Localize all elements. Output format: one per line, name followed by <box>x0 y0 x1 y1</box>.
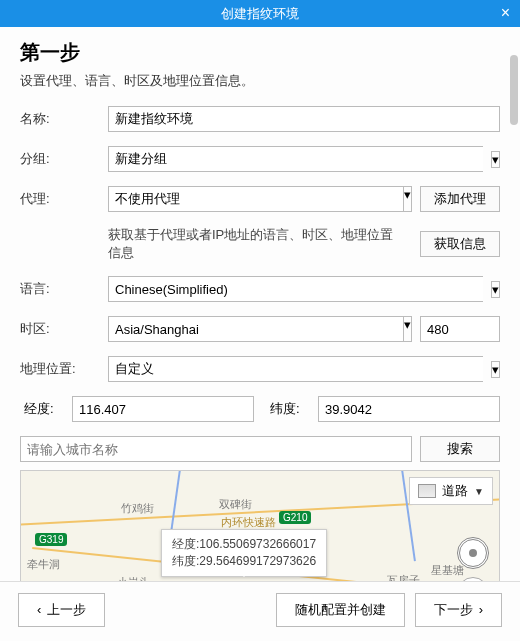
group-label: 分组: <box>20 150 108 168</box>
city-search-input[interactable] <box>20 436 412 462</box>
add-proxy-button[interactable]: 添加代理 <box>420 186 500 212</box>
language-select[interactable]: Chinese(Simplified) <box>108 276 483 302</box>
chevron-down-icon: ▼ <box>474 486 484 497</box>
map-type-control[interactable]: 道路 ▼ <box>409 477 493 505</box>
timezone-offset-input[interactable] <box>420 316 500 342</box>
map-label: 内环快速路 <box>221 515 276 530</box>
highway-shield: G210 <box>279 511 311 524</box>
maptype-thumb-icon <box>418 484 436 498</box>
map-canvas[interactable]: 竹鸡街 双碑街 蚂蝗梁 渝中区 牵牛洞 小岩头 瓦房子 星基塘 内环快速路 G2… <box>20 470 500 581</box>
scrollbar-thumb[interactable] <box>510 55 518 125</box>
map-tooltip: 经度:106.55069732666017 纬度:29.564699172973… <box>161 529 327 577</box>
proxy-select[interactable]: 不使用代理 <box>108 186 403 212</box>
content-area: 第一步 设置代理、语言、时区及地理位置信息。 名称: 分组: 新建分组 代理: … <box>0 27 520 581</box>
chevron-down-icon[interactable] <box>403 316 412 342</box>
timezone-label: 时区: <box>20 320 108 338</box>
chevron-down-icon[interactable] <box>491 281 500 298</box>
close-icon[interactable]: × <box>501 4 510 22</box>
step-title: 第一步 <box>20 39 500 66</box>
step-subtitle: 设置代理、语言、时区及地理位置信息。 <box>20 72 500 90</box>
chevron-right-icon: › <box>479 602 483 617</box>
language-label: 语言: <box>20 280 108 298</box>
highway-shield: G319 <box>35 533 67 546</box>
timezone-select[interactable]: Asia/Shanghai <box>108 316 403 342</box>
proxy-label: 代理: <box>20 190 108 208</box>
geo-label: 地理位置: <box>20 360 108 378</box>
name-input[interactable] <box>108 106 500 132</box>
get-info-button[interactable]: 获取信息 <box>420 231 500 257</box>
longitude-label: 经度: <box>24 400 64 418</box>
locate-me-icon[interactable] <box>457 537 489 569</box>
random-create-button[interactable]: 随机配置并创建 <box>276 593 405 627</box>
map-label: 双碑街 <box>219 497 252 512</box>
map-label: 星基塘 <box>431 563 464 578</box>
chevron-down-icon[interactable] <box>491 361 500 378</box>
latitude-label: 纬度: <box>270 400 310 418</box>
map-label: 竹鸡街 <box>121 501 154 516</box>
proxy-hint-text: 获取基于代理或者IP地址的语言、时区、地理位置信息 <box>108 226 412 262</box>
next-step-button[interactable]: 下一步 › <box>415 593 502 627</box>
form: 名称: 分组: 新建分组 代理: 不使用代理 添加代理 <box>20 106 500 581</box>
latitude-input[interactable] <box>318 396 500 422</box>
chevron-down-icon[interactable] <box>491 151 500 168</box>
chevron-down-icon[interactable] <box>403 186 412 212</box>
geo-mode-select[interactable]: 自定义 <box>108 356 483 382</box>
search-button[interactable]: 搜索 <box>420 436 500 462</box>
map-label: 瓦房子 <box>387 573 420 581</box>
prev-step-button[interactable]: ‹ 上一步 <box>18 593 105 627</box>
map-label: 牵牛洞 <box>27 557 60 572</box>
chevron-left-icon: ‹ <box>37 602 41 617</box>
map-label: 小岩头 <box>117 575 150 581</box>
dialog-title: 创建指纹环境 <box>221 5 299 23</box>
footer: ‹ 上一步 随机配置并创建 下一步 › <box>0 581 520 637</box>
group-select[interactable]: 新建分组 <box>108 146 483 172</box>
name-label: 名称: <box>20 110 108 128</box>
longitude-input[interactable] <box>72 396 254 422</box>
title-bar: 创建指纹环境 × <box>0 0 520 27</box>
